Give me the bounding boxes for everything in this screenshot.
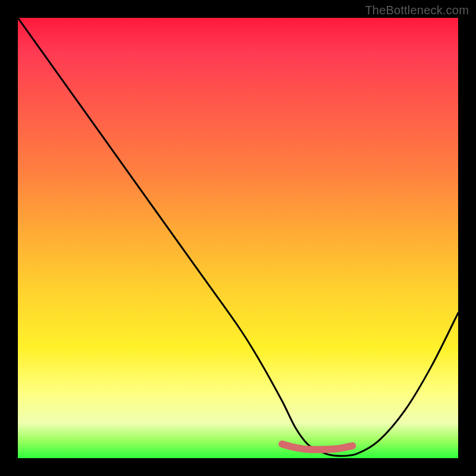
bottleneck-curve — [18, 18, 458, 456]
watermark-text: TheBottleneck.com — [365, 4, 469, 17]
chart-frame: TheBottleneck.com — [0, 0, 476, 476]
plot-area — [18, 18, 458, 458]
flat-bottom-highlight — [282, 444, 352, 449]
curve-overlay — [18, 18, 458, 458]
